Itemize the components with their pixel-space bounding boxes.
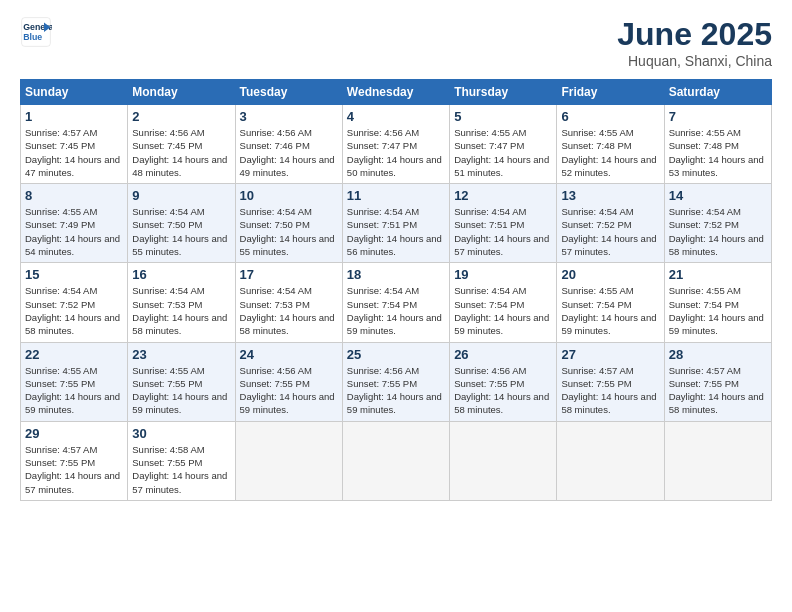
calendar-cell: 6Sunrise: 4:55 AMSunset: 7:48 PMDaylight… — [557, 105, 664, 184]
calendar-cell: 21Sunrise: 4:55 AMSunset: 7:54 PMDayligh… — [664, 263, 771, 342]
calendar-cell: 5Sunrise: 4:55 AMSunset: 7:47 PMDaylight… — [450, 105, 557, 184]
day-info: Sunrise: 4:57 AMSunset: 7:55 PMDaylight:… — [561, 364, 659, 417]
logo: General Blue — [20, 16, 52, 48]
day-number: 1 — [25, 109, 123, 124]
day-info: Sunrise: 4:55 AMSunset: 7:48 PMDaylight:… — [561, 126, 659, 179]
day-number: 27 — [561, 347, 659, 362]
day-info: Sunrise: 4:54 AMSunset: 7:54 PMDaylight:… — [347, 284, 445, 337]
col-saturday: Saturday — [664, 80, 771, 105]
day-number: 12 — [454, 188, 552, 203]
calendar-cell: 1Sunrise: 4:57 AMSunset: 7:45 PMDaylight… — [21, 105, 128, 184]
calendar-cell — [557, 421, 664, 500]
logo-icon: General Blue — [20, 16, 52, 48]
day-info: Sunrise: 4:55 AMSunset: 7:55 PMDaylight:… — [25, 364, 123, 417]
day-info: Sunrise: 4:56 AMSunset: 7:45 PMDaylight:… — [132, 126, 230, 179]
calendar-cell: 27Sunrise: 4:57 AMSunset: 7:55 PMDayligh… — [557, 342, 664, 421]
col-thursday: Thursday — [450, 80, 557, 105]
day-number: 8 — [25, 188, 123, 203]
calendar-cell: 20Sunrise: 4:55 AMSunset: 7:54 PMDayligh… — [557, 263, 664, 342]
col-tuesday: Tuesday — [235, 80, 342, 105]
day-number: 7 — [669, 109, 767, 124]
col-sunday: Sunday — [21, 80, 128, 105]
day-info: Sunrise: 4:56 AMSunset: 7:47 PMDaylight:… — [347, 126, 445, 179]
month-title: June 2025 — [617, 16, 772, 53]
calendar-cell: 24Sunrise: 4:56 AMSunset: 7:55 PMDayligh… — [235, 342, 342, 421]
day-info: Sunrise: 4:57 AMSunset: 7:45 PMDaylight:… — [25, 126, 123, 179]
calendar-cell: 11Sunrise: 4:54 AMSunset: 7:51 PMDayligh… — [342, 184, 449, 263]
header: General Blue June 2025 Huquan, Shanxi, C… — [20, 16, 772, 69]
day-number: 29 — [25, 426, 123, 441]
calendar-cell: 3Sunrise: 4:56 AMSunset: 7:46 PMDaylight… — [235, 105, 342, 184]
calendar-header-row: Sunday Monday Tuesday Wednesday Thursday… — [21, 80, 772, 105]
day-number: 2 — [132, 109, 230, 124]
calendar-cell: 29Sunrise: 4:57 AMSunset: 7:55 PMDayligh… — [21, 421, 128, 500]
calendar-cell: 12Sunrise: 4:54 AMSunset: 7:51 PMDayligh… — [450, 184, 557, 263]
day-number: 19 — [454, 267, 552, 282]
day-number: 23 — [132, 347, 230, 362]
calendar-cell: 9Sunrise: 4:54 AMSunset: 7:50 PMDaylight… — [128, 184, 235, 263]
col-wednesday: Wednesday — [342, 80, 449, 105]
calendar-table: Sunday Monday Tuesday Wednesday Thursday… — [20, 79, 772, 501]
day-info: Sunrise: 4:55 AMSunset: 7:48 PMDaylight:… — [669, 126, 767, 179]
day-number: 17 — [240, 267, 338, 282]
calendar-row-5: 29Sunrise: 4:57 AMSunset: 7:55 PMDayligh… — [21, 421, 772, 500]
day-info: Sunrise: 4:56 AMSunset: 7:55 PMDaylight:… — [347, 364, 445, 417]
location: Huquan, Shanxi, China — [617, 53, 772, 69]
day-info: Sunrise: 4:56 AMSunset: 7:55 PMDaylight:… — [454, 364, 552, 417]
calendar-cell: 22Sunrise: 4:55 AMSunset: 7:55 PMDayligh… — [21, 342, 128, 421]
day-number: 28 — [669, 347, 767, 362]
day-number: 13 — [561, 188, 659, 203]
day-info: Sunrise: 4:55 AMSunset: 7:49 PMDaylight:… — [25, 205, 123, 258]
day-info: Sunrise: 4:54 AMSunset: 7:53 PMDaylight:… — [132, 284, 230, 337]
day-number: 21 — [669, 267, 767, 282]
day-number: 6 — [561, 109, 659, 124]
day-info: Sunrise: 4:54 AMSunset: 7:50 PMDaylight:… — [240, 205, 338, 258]
day-info: Sunrise: 4:54 AMSunset: 7:53 PMDaylight:… — [240, 284, 338, 337]
calendar-cell: 23Sunrise: 4:55 AMSunset: 7:55 PMDayligh… — [128, 342, 235, 421]
calendar-cell: 26Sunrise: 4:56 AMSunset: 7:55 PMDayligh… — [450, 342, 557, 421]
day-number: 25 — [347, 347, 445, 362]
day-info: Sunrise: 4:54 AMSunset: 7:54 PMDaylight:… — [454, 284, 552, 337]
col-monday: Monday — [128, 80, 235, 105]
calendar-cell: 17Sunrise: 4:54 AMSunset: 7:53 PMDayligh… — [235, 263, 342, 342]
calendar-row-1: 1Sunrise: 4:57 AMSunset: 7:45 PMDaylight… — [21, 105, 772, 184]
day-number: 24 — [240, 347, 338, 362]
day-info: Sunrise: 4:57 AMSunset: 7:55 PMDaylight:… — [669, 364, 767, 417]
title-block: June 2025 Huquan, Shanxi, China — [617, 16, 772, 69]
calendar-cell: 13Sunrise: 4:54 AMSunset: 7:52 PMDayligh… — [557, 184, 664, 263]
day-number: 14 — [669, 188, 767, 203]
day-number: 11 — [347, 188, 445, 203]
calendar-row-4: 22Sunrise: 4:55 AMSunset: 7:55 PMDayligh… — [21, 342, 772, 421]
day-number: 20 — [561, 267, 659, 282]
calendar-cell — [235, 421, 342, 500]
day-info: Sunrise: 4:56 AMSunset: 7:55 PMDaylight:… — [240, 364, 338, 417]
day-info: Sunrise: 4:54 AMSunset: 7:52 PMDaylight:… — [561, 205, 659, 258]
day-number: 10 — [240, 188, 338, 203]
calendar-row-3: 15Sunrise: 4:54 AMSunset: 7:52 PMDayligh… — [21, 263, 772, 342]
col-friday: Friday — [557, 80, 664, 105]
day-number: 5 — [454, 109, 552, 124]
day-number: 4 — [347, 109, 445, 124]
day-info: Sunrise: 4:54 AMSunset: 7:50 PMDaylight:… — [132, 205, 230, 258]
day-number: 30 — [132, 426, 230, 441]
day-info: Sunrise: 4:54 AMSunset: 7:51 PMDaylight:… — [454, 205, 552, 258]
day-info: Sunrise: 4:57 AMSunset: 7:55 PMDaylight:… — [25, 443, 123, 496]
day-info: Sunrise: 4:55 AMSunset: 7:55 PMDaylight:… — [132, 364, 230, 417]
day-info: Sunrise: 4:55 AMSunset: 7:47 PMDaylight:… — [454, 126, 552, 179]
day-info: Sunrise: 4:54 AMSunset: 7:52 PMDaylight:… — [25, 284, 123, 337]
day-number: 22 — [25, 347, 123, 362]
day-info: Sunrise: 4:56 AMSunset: 7:46 PMDaylight:… — [240, 126, 338, 179]
calendar-cell: 4Sunrise: 4:56 AMSunset: 7:47 PMDaylight… — [342, 105, 449, 184]
calendar-cell: 15Sunrise: 4:54 AMSunset: 7:52 PMDayligh… — [21, 263, 128, 342]
calendar-page: General Blue June 2025 Huquan, Shanxi, C… — [0, 0, 792, 612]
calendar-cell: 2Sunrise: 4:56 AMSunset: 7:45 PMDaylight… — [128, 105, 235, 184]
calendar-cell: 19Sunrise: 4:54 AMSunset: 7:54 PMDayligh… — [450, 263, 557, 342]
day-number: 16 — [132, 267, 230, 282]
day-info: Sunrise: 4:55 AMSunset: 7:54 PMDaylight:… — [669, 284, 767, 337]
calendar-cell: 7Sunrise: 4:55 AMSunset: 7:48 PMDaylight… — [664, 105, 771, 184]
calendar-cell — [664, 421, 771, 500]
day-info: Sunrise: 4:54 AMSunset: 7:52 PMDaylight:… — [669, 205, 767, 258]
calendar-cell: 16Sunrise: 4:54 AMSunset: 7:53 PMDayligh… — [128, 263, 235, 342]
day-number: 3 — [240, 109, 338, 124]
calendar-cell: 8Sunrise: 4:55 AMSunset: 7:49 PMDaylight… — [21, 184, 128, 263]
